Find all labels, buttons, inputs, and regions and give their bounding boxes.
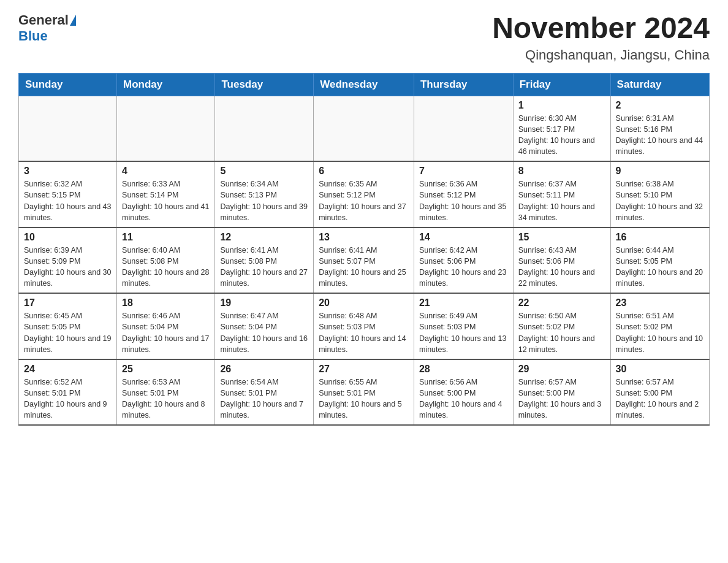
logo-blue-text: Blue [18,28,48,44]
calendar-day-cell [19,96,117,161]
day-number: 9 [616,166,704,177]
day-number: 14 [419,232,508,243]
day-info: Sunrise: 6:35 AM Sunset: 5:12 PM Dayligh… [319,178,409,223]
day-number: 28 [419,364,508,375]
day-number: 26 [220,364,308,375]
day-info: Sunrise: 6:43 AM Sunset: 5:06 PM Dayligh… [518,245,605,289]
calendar-day-cell: 14Sunrise: 6:42 AM Sunset: 5:06 PM Dayli… [414,228,513,294]
calendar-day-cell: 5Sunrise: 6:34 AM Sunset: 5:13 PM Daylig… [215,161,314,228]
day-info: Sunrise: 6:46 AM Sunset: 5:04 PM Dayligh… [122,310,210,355]
calendar-week-row: 10Sunrise: 6:39 AM Sunset: 5:09 PM Dayli… [19,228,710,294]
calendar-day-cell: 24Sunrise: 6:52 AM Sunset: 5:01 PM Dayli… [19,359,117,426]
day-info: Sunrise: 6:36 AM Sunset: 5:12 PM Dayligh… [419,178,508,223]
calendar-day-header: Monday [117,73,215,96]
day-info: Sunrise: 6:54 AM Sunset: 5:01 PM Dayligh… [220,377,308,421]
logo-general-text: General [18,12,69,28]
calendar-day-cell: 27Sunrise: 6:55 AM Sunset: 5:01 PM Dayli… [314,359,414,426]
day-info: Sunrise: 6:57 AM Sunset: 5:00 PM Dayligh… [518,377,605,421]
day-number: 29 [518,364,605,375]
day-info: Sunrise: 6:41 AM Sunset: 5:08 PM Dayligh… [220,245,308,289]
day-number: 13 [319,232,409,243]
day-info: Sunrise: 6:52 AM Sunset: 5:01 PM Dayligh… [24,377,112,421]
day-number: 4 [122,166,210,177]
calendar-week-row: 24Sunrise: 6:52 AM Sunset: 5:01 PM Dayli… [19,359,710,426]
day-info: Sunrise: 6:37 AM Sunset: 5:11 PM Dayligh… [518,178,605,223]
calendar-day-cell: 13Sunrise: 6:41 AM Sunset: 5:07 PM Dayli… [314,228,414,294]
calendar-week-row: 1Sunrise: 6:30 AM Sunset: 5:17 PM Daylig… [19,96,710,161]
day-info: Sunrise: 6:42 AM Sunset: 5:06 PM Dayligh… [419,245,508,289]
calendar-day-cell: 19Sunrise: 6:47 AM Sunset: 5:04 PM Dayli… [215,293,314,359]
calendar-day-cell: 6Sunrise: 6:35 AM Sunset: 5:12 PM Daylig… [314,161,414,228]
day-info: Sunrise: 6:49 AM Sunset: 5:03 PM Dayligh… [419,310,508,355]
calendar-day-cell: 26Sunrise: 6:54 AM Sunset: 5:01 PM Dayli… [215,359,314,426]
calendar-day-header: Sunday [19,73,117,96]
calendar-day-header: Wednesday [314,73,414,96]
day-info: Sunrise: 6:31 AM Sunset: 5:16 PM Dayligh… [616,113,704,158]
day-number: 15 [518,232,605,243]
day-number: 16 [616,232,704,243]
day-number: 11 [122,232,210,243]
calendar-table: SundayMondayTuesdayWednesdayThursdayFrid… [18,73,710,426]
day-number: 30 [616,364,704,375]
calendar-header-row: SundayMondayTuesdayWednesdayThursdayFrid… [19,73,710,96]
calendar-day-cell: 4Sunrise: 6:33 AM Sunset: 5:14 PM Daylig… [117,161,215,228]
day-number: 5 [220,166,308,177]
logo-triangle-icon [70,15,76,26]
page-subtitle: Qingshanquan, Jiangsu, China [492,47,710,63]
day-number: 8 [518,166,605,177]
day-number: 2 [616,100,704,111]
calendar-day-cell: 30Sunrise: 6:57 AM Sunset: 5:00 PM Dayli… [610,359,709,426]
calendar-day-cell: 9Sunrise: 6:38 AM Sunset: 5:10 PM Daylig… [610,161,709,228]
title-block: November 2024 Qingshanquan, Jiangsu, Chi… [492,12,710,63]
calendar-day-cell: 2Sunrise: 6:31 AM Sunset: 5:16 PM Daylig… [610,96,709,161]
calendar-day-cell: 18Sunrise: 6:46 AM Sunset: 5:04 PM Dayli… [117,293,215,359]
day-info: Sunrise: 6:39 AM Sunset: 5:09 PM Dayligh… [24,245,112,289]
calendar-day-cell: 22Sunrise: 6:50 AM Sunset: 5:02 PM Dayli… [513,293,610,359]
day-info: Sunrise: 6:56 AM Sunset: 5:00 PM Dayligh… [419,377,508,421]
day-number: 21 [419,297,508,308]
calendar-day-cell: 7Sunrise: 6:36 AM Sunset: 5:12 PM Daylig… [414,161,513,228]
day-number: 24 [24,364,112,375]
calendar-week-row: 17Sunrise: 6:45 AM Sunset: 5:05 PM Dayli… [19,293,710,359]
calendar-day-cell [414,96,513,161]
calendar-day-cell: 29Sunrise: 6:57 AM Sunset: 5:00 PM Dayli… [513,359,610,426]
day-number: 1 [518,100,605,111]
day-info: Sunrise: 6:57 AM Sunset: 5:00 PM Dayligh… [616,377,704,421]
day-number: 7 [419,166,508,177]
calendar-day-cell: 21Sunrise: 6:49 AM Sunset: 5:03 PM Dayli… [414,293,513,359]
day-number: 27 [319,364,409,375]
day-info: Sunrise: 6:53 AM Sunset: 5:01 PM Dayligh… [122,377,210,421]
day-number: 3 [24,166,112,177]
day-info: Sunrise: 6:51 AM Sunset: 5:02 PM Dayligh… [616,310,704,355]
page-title: November 2024 [492,12,710,45]
day-info: Sunrise: 6:55 AM Sunset: 5:01 PM Dayligh… [319,377,409,421]
day-number: 17 [24,297,112,308]
day-info: Sunrise: 6:50 AM Sunset: 5:02 PM Dayligh… [518,310,605,355]
calendar-day-cell [215,96,314,161]
page-header: General Blue November 2024 Qingshanquan,… [18,12,710,63]
calendar-day-cell [314,96,414,161]
day-number: 19 [220,297,308,308]
day-number: 20 [319,297,409,308]
calendar-week-row: 3Sunrise: 6:32 AM Sunset: 5:15 PM Daylig… [19,161,710,228]
calendar-day-header: Friday [513,73,610,96]
day-number: 18 [122,297,210,308]
calendar-day-cell: 16Sunrise: 6:44 AM Sunset: 5:05 PM Dayli… [610,228,709,294]
day-info: Sunrise: 6:30 AM Sunset: 5:17 PM Dayligh… [518,113,605,158]
calendar-day-header: Tuesday [215,73,314,96]
calendar-day-cell: 8Sunrise: 6:37 AM Sunset: 5:11 PM Daylig… [513,161,610,228]
day-info: Sunrise: 6:34 AM Sunset: 5:13 PM Dayligh… [220,178,308,223]
day-number: 22 [518,297,605,308]
day-info: Sunrise: 6:32 AM Sunset: 5:15 PM Dayligh… [24,178,112,223]
day-number: 6 [319,166,409,177]
day-info: Sunrise: 6:45 AM Sunset: 5:05 PM Dayligh… [24,310,112,355]
calendar-day-cell: 1Sunrise: 6:30 AM Sunset: 5:17 PM Daylig… [513,96,610,161]
calendar-day-cell: 17Sunrise: 6:45 AM Sunset: 5:05 PM Dayli… [19,293,117,359]
day-info: Sunrise: 6:38 AM Sunset: 5:10 PM Dayligh… [616,178,704,223]
calendar-day-cell: 11Sunrise: 6:40 AM Sunset: 5:08 PM Dayli… [117,228,215,294]
calendar-day-header: Thursday [414,73,513,96]
day-info: Sunrise: 6:47 AM Sunset: 5:04 PM Dayligh… [220,310,308,355]
day-number: 10 [24,232,112,243]
logo: General Blue [18,12,76,44]
calendar-day-cell: 25Sunrise: 6:53 AM Sunset: 5:01 PM Dayli… [117,359,215,426]
